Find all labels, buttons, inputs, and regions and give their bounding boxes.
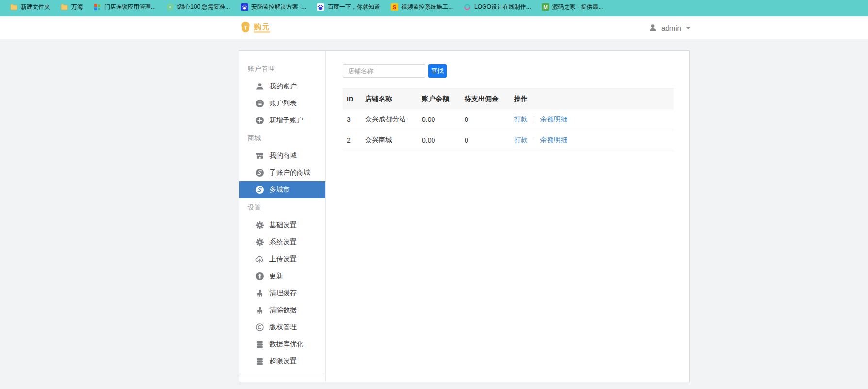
bookmark-label: t甜心100 您需要准... (177, 3, 230, 11)
content-area: 查找 ID店铺名称账户余额待支出佣金操作 3 众兴成都分站 0.00 0 打款|… (326, 51, 689, 382)
header: T 购元 admin (0, 16, 868, 39)
column-header: 待支出佣金 (461, 89, 510, 109)
bookmark-label: 视频监控系统施工... (401, 3, 453, 11)
baidu-paw-icon (317, 3, 324, 11)
bookmark-item[interactable]: 百度一下，你就知道 (312, 1, 385, 14)
cell-commission: 0 (461, 130, 510, 151)
table-row: 2 众兴商城 0.00 0 打款|余额明细 (343, 130, 674, 151)
sidebar-section-title: 设置 (239, 198, 325, 217)
sidebar-item-label: 多城市 (269, 186, 290, 194)
sidebar-item[interactable]: 我的商城 (239, 147, 325, 164)
bookmark-label: 百度一下，你就知道 (328, 3, 380, 11)
bookmark-item[interactable]: 万海 (55, 1, 88, 14)
bookmark-label: 源码之家 - 提供最... (552, 3, 603, 11)
gear-icon (255, 221, 264, 230)
search-button[interactable]: 查找 (428, 64, 447, 78)
link-circle-icon (255, 169, 264, 177)
cloud-upload-icon (255, 255, 264, 264)
cell-shop-name: 众兴成都分站 (361, 109, 418, 130)
bookmark-item[interactable]: S 视频监控系统施工... (385, 1, 458, 14)
link-circle-icon (255, 186, 264, 194)
m-badge-icon: M (542, 3, 549, 11)
sogou-icon: S (391, 3, 398, 11)
sidebar-item[interactable]: 数据库优化 (239, 336, 325, 353)
svg-text:M: M (543, 5, 548, 10)
sidebar-item-active[interactable]: 多城市 (239, 181, 325, 198)
database-icon (255, 340, 264, 349)
bookmark-label: 万海 (71, 3, 83, 11)
bookmark-item[interactable]: 安防监控解决方案 -... (235, 1, 312, 14)
sidebar-item-label: 数据库优化 (269, 340, 303, 349)
sidebar-item-label: 系统设置 (269, 238, 297, 247)
page-body: 账户管理 我的账户 账户列表 新增子账户 商城 我的商城 子账户的商城 多城市 … (0, 39, 868, 389)
transfer-link[interactable]: 打款 (514, 136, 528, 144)
action-separator: | (533, 115, 535, 123)
cell-balance: 0.00 (418, 109, 461, 130)
sidebar-item[interactable]: 清除数据 (239, 302, 325, 319)
brush-icon (255, 289, 264, 298)
sidebar-item[interactable]: 系统设置 (239, 234, 325, 251)
user-name: admin (661, 24, 681, 32)
sidebar-item[interactable]: 更新 (239, 268, 325, 285)
bookmark-item[interactable]: 门店连锁应用管理... (88, 1, 161, 14)
bookmark-item[interactable]: 新建文件夹 (5, 1, 55, 14)
sidebar-item[interactable]: 清理缓存 (239, 285, 325, 302)
column-header: 店铺名称 (361, 89, 418, 109)
main-card: 账户管理 我的账户 账户列表 新增子账户 商城 我的商城 子账户的商城 多城市 … (239, 50, 690, 382)
logo-text: 购元 (254, 23, 270, 30)
sidebar-item[interactable]: 我的账户 (239, 78, 325, 95)
cell-commission: 0 (461, 109, 510, 130)
bookmarks-bar: 新建文件夹 万海 门店连锁应用管理... t甜心100 您需要准... 安防监控… (0, 0, 868, 16)
bookmark-item[interactable]: t甜心100 您需要准... (161, 1, 235, 14)
chevron-down-icon (686, 27, 691, 29)
sidebar-item-label: 新增子账户 (269, 116, 303, 125)
cell-actions: 打款|余额明细 (510, 130, 674, 151)
sidebar-section-title: 账户管理 (239, 59, 325, 78)
sidebar-item-label: 账户列表 (269, 99, 297, 108)
logo-subtitle (254, 31, 270, 33)
sidebar-section-title: 商城 (239, 129, 325, 147)
sidebar-item[interactable]: 超限设置 (239, 353, 325, 370)
sidebar-item-label: 更新 (269, 272, 283, 281)
sidebar-item-label: 基础设置 (269, 221, 297, 230)
folder-icon (61, 3, 68, 11)
sidebar-item[interactable]: 新增子账户 (239, 112, 325, 129)
bookmark-label: 门店连锁应用管理... (104, 3, 156, 11)
balance-detail-link[interactable]: 余额明细 (540, 115, 568, 123)
logo[interactable]: T 购元 (239, 22, 270, 34)
sidebar-item-label: 子账户的商城 (269, 169, 310, 177)
logo-monogram: T (244, 25, 247, 31)
column-header: 操作 (510, 89, 674, 109)
sidebar-item-label: 上传设置 (269, 255, 297, 264)
sidebar-item[interactable]: 版权管理 (239, 319, 325, 336)
folder-icon (10, 3, 17, 11)
column-header: 账户余额 (418, 89, 461, 109)
sidebar-item-label: 我的商城 (269, 152, 297, 160)
sidebar-item[interactable]: 上传设置 (239, 251, 325, 268)
balance-detail-link[interactable]: 余额明细 (540, 136, 568, 144)
database-icon (255, 357, 264, 366)
user-avatar-icon (649, 23, 657, 32)
brush-icon (255, 306, 264, 315)
user-menu[interactable]: admin (649, 23, 691, 32)
shop-name-input[interactable] (343, 64, 425, 78)
transfer-link[interactable]: 打款 (514, 115, 528, 123)
user-icon (255, 82, 264, 91)
cell-actions: 打款|余额明细 (510, 109, 674, 130)
bookmark-item[interactable]: M 源码之家 - 提供最... (536, 1, 609, 14)
green-circle-icon (167, 3, 174, 11)
list-circle-icon (255, 99, 264, 108)
sidebar-item[interactable]: 基础设置 (239, 217, 325, 234)
cell-id: 2 (343, 130, 361, 151)
bookmark-label: LOGO设计在线制作... (474, 3, 531, 11)
logo-ring-icon (464, 3, 471, 11)
sidebar-item[interactable]: 账户列表 (239, 95, 325, 112)
table-header-row: ID店铺名称账户余额待支出佣金操作 (343, 89, 674, 109)
sidebar-item-label: 我的账户 (269, 82, 297, 91)
action-separator: | (533, 136, 535, 144)
gear-icon (255, 238, 264, 247)
sidebar-item-label: 清除数据 (269, 306, 297, 315)
sidebar-item[interactable]: 子账户的商城 (239, 164, 325, 181)
bookmark-item[interactable]: LOGO设计在线制作... (458, 1, 536, 14)
cell-id: 3 (343, 109, 361, 130)
